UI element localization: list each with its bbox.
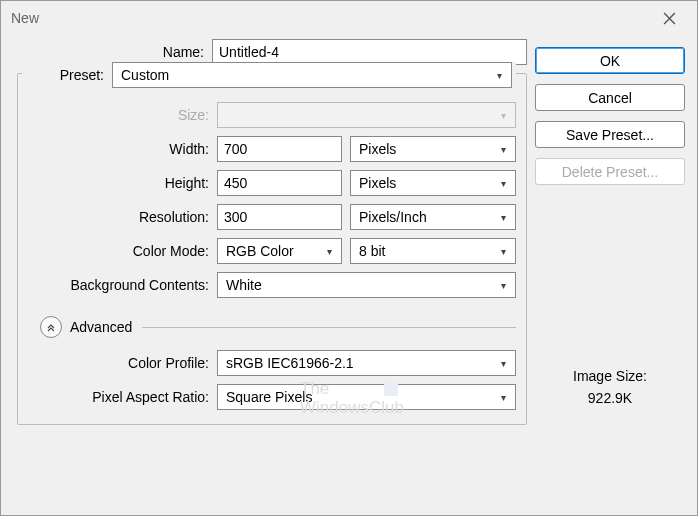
delete-preset-button: Delete Preset...	[535, 158, 685, 185]
name-label: Name:	[17, 44, 212, 60]
bgcontents-label: Background Contents:	[22, 277, 217, 293]
colormode-select[interactable]: RGB Color ▾	[217, 238, 342, 264]
pixelaspect-label: Pixel Aspect Ratio:	[22, 389, 217, 405]
height-input[interactable]	[217, 170, 342, 196]
bgcontents-value: White	[226, 277, 495, 293]
pixelaspect-select[interactable]: Square Pixels ▾	[217, 384, 516, 410]
cancel-button[interactable]: Cancel	[535, 84, 685, 111]
width-unit-value: Pixels	[359, 141, 495, 157]
colordepth-value: 8 bit	[359, 243, 495, 259]
colormode-label: Color Mode:	[22, 243, 217, 259]
new-document-dialog: New Name: Preset: Custom ▾ Size	[0, 0, 698, 516]
chevron-down-icon: ▾	[495, 212, 511, 223]
chevron-down-icon: ▾	[495, 358, 511, 369]
colorprofile-value: sRGB IEC61966-2.1	[226, 355, 495, 371]
chevron-down-icon: ▾	[495, 280, 511, 291]
width-input[interactable]	[217, 136, 342, 162]
close-button[interactable]	[649, 4, 689, 32]
dialog-title: New	[11, 10, 39, 26]
chevron-down-icon: ▾	[495, 246, 511, 257]
chevron-down-icon: ▾	[495, 392, 511, 403]
resolution-unit-value: Pixels/Inch	[359, 209, 495, 225]
colormode-value: RGB Color	[226, 243, 321, 259]
size-select: ▾	[217, 102, 516, 128]
pixelaspect-value: Square Pixels	[226, 389, 495, 405]
preset-select[interactable]: Custom ▾	[112, 62, 512, 88]
advanced-label: Advanced	[70, 319, 132, 335]
save-preset-button[interactable]: Save Preset...	[535, 121, 685, 148]
image-size-value: 922.9K	[535, 387, 685, 409]
colordepth-select[interactable]: 8 bit ▾	[350, 238, 516, 264]
height-unit-select[interactable]: Pixels ▾	[350, 170, 516, 196]
image-size-info: Image Size: 922.9K	[535, 365, 685, 410]
height-unit-value: Pixels	[359, 175, 495, 191]
bgcontents-select[interactable]: White ▾	[217, 272, 516, 298]
size-label: Size:	[22, 107, 217, 123]
ok-button[interactable]: OK	[535, 47, 685, 74]
width-unit-select[interactable]: Pixels ▾	[350, 136, 516, 162]
chevron-down-icon: ▾	[491, 70, 507, 81]
preset-label: Preset:	[26, 67, 112, 83]
resolution-input[interactable]	[217, 204, 342, 230]
image-size-label: Image Size:	[535, 365, 685, 387]
chevron-down-icon: ▾	[495, 144, 511, 155]
resolution-unit-select[interactable]: Pixels/Inch ▾	[350, 204, 516, 230]
chevron-down-icon: ▾	[321, 246, 337, 257]
colorprofile-select[interactable]: sRGB IEC61966-2.1 ▾	[217, 350, 516, 376]
chevron-down-icon: ▾	[495, 110, 511, 121]
titlebar: New	[1, 1, 697, 35]
width-label: Width:	[22, 141, 217, 157]
height-label: Height:	[22, 175, 217, 191]
advanced-toggle[interactable]	[40, 316, 62, 338]
chevron-down-icon: ▾	[495, 178, 511, 189]
divider	[142, 327, 516, 328]
preset-value: Custom	[121, 67, 491, 83]
resolution-label: Resolution:	[22, 209, 217, 225]
colorprofile-label: Color Profile:	[22, 355, 217, 371]
